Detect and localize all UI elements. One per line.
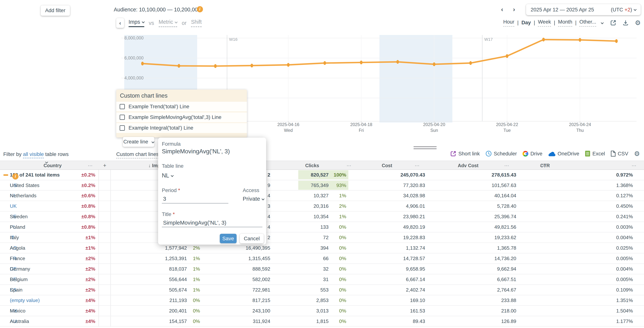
- country-name: France: [10, 253, 25, 264]
- period-input[interactable]: 3: [163, 196, 166, 202]
- csv-export-button[interactable]: CSV: [611, 151, 628, 157]
- accuracy-value: ±1%: [58, 232, 95, 243]
- cost-value: 169.10: [370, 295, 425, 306]
- ctr-column-menu-icon[interactable]: ⋯: [629, 161, 639, 170]
- onedrive-cloud-icon: [548, 151, 556, 157]
- table-row[interactable]: UKi ±0.8% 3 20,316 2% 4,906.01 5,728.40 …: [0, 201, 644, 211]
- custom-line-dialog: Formula SimpleMovingAvg('NL', 3) Table l…: [158, 138, 266, 244]
- table-settings-gear-icon[interactable]: ⚙: [634, 150, 640, 157]
- table-row[interactable]: PLPolandi ±0.8% 4 133 0% 49,820.19 49,82…: [0, 222, 644, 232]
- metric-selector-imps[interactable]: Imps: [128, 19, 144, 27]
- table-row[interactable]: AUAustraliai ±4% 154,157 0% 311,924 1,81…: [0, 316, 644, 327]
- clicks-pct: 0%: [330, 274, 346, 285]
- chart-resize-handle[interactable]: [414, 146, 436, 150]
- x-axis-tick-label: 2025-04-24Thu: [562, 122, 598, 133]
- audience-info-icon[interactable]: i: [197, 6, 203, 12]
- table-row[interactable]: DEGermanyi ±2% 818,037 1% 888,592 32 0% …: [0, 264, 644, 274]
- excel-export-button[interactable]: Excel: [585, 151, 605, 157]
- export-toolbar: Short link Scheduler Drive OneDrive Exce…: [450, 150, 640, 157]
- add-column-button[interactable]: +: [98, 161, 111, 170]
- imps-pct: 0%: [187, 316, 200, 327]
- adv-cost-value: 126.89: [460, 316, 516, 327]
- imps-pct: 0%: [187, 295, 200, 306]
- date-next-button[interactable]: ›: [513, 6, 515, 13]
- accuracy-value: ±2%: [58, 274, 95, 285]
- table-row[interactable]: BEBelgiumi ±2% 556,644 1% 582,002 31 0% …: [0, 274, 644, 285]
- date-range-picker[interactable]: 2025 Apr 12 — 2025 Apr 25 (UTC +2): [526, 4, 641, 15]
- custom-line-item[interactable]: Example Integral('total') Line: [116, 123, 247, 133]
- table-line-select[interactable]: NL: [162, 172, 173, 179]
- table-row[interactable]: USUnited Statesi ±0.2% 9 765,349 93% 77,…: [0, 180, 644, 191]
- country-name: Germany: [10, 264, 30, 274]
- title-input[interactable]: SimpleMovingAvg('NL', 3): [163, 219, 226, 226]
- imps-value: 154,157: [123, 316, 187, 327]
- chart-settings-gear-icon[interactable]: ⚙: [635, 20, 641, 26]
- create-line-button[interactable]: Create line: [123, 137, 154, 147]
- granularity-day[interactable]: Day: [522, 20, 531, 26]
- table-row[interactable]: ESSpaini ±2% 505,674 1% 722,981 553 0% 2…: [0, 285, 644, 295]
- table-row[interactable]: ITItalyi ±1% 2 72 0% 19,228.83 19,233.62…: [0, 232, 644, 243]
- audience-range-label: Audience: 10,100,000 — 10,200,000: [114, 7, 201, 13]
- table-row[interactable]: FRFrancei ±2% 1,253,391 1% 1,315,455 66 …: [0, 253, 644, 264]
- ctr-value: 0.025%: [575, 243, 633, 253]
- cost-value: 49,820.19: [370, 222, 425, 232]
- short-link-button[interactable]: Short link: [450, 151, 480, 157]
- info-icon[interactable]: i: [12, 173, 18, 180]
- custom-line-item[interactable]: Example SimpleMovingAvg('total',3) Line: [116, 112, 247, 122]
- adv-cost-column-menu-icon[interactable]: ⋯: [502, 161, 512, 170]
- table-row[interactable]: MXMexicoi ±4% 200,401 0% 243,100 3,013 0…: [0, 306, 644, 316]
- checkbox-unchecked-icon[interactable]: [120, 104, 125, 109]
- clicks-pct: 0%: [330, 222, 346, 232]
- ctr-value: 0.005%: [575, 274, 633, 285]
- accuracy-value: ±2%: [58, 264, 95, 274]
- google-drive-button[interactable]: Drive: [522, 151, 542, 157]
- accuracy-value: ±0.8%: [58, 211, 95, 222]
- onedrive-button[interactable]: OneDrive: [548, 151, 579, 157]
- chevron-down-icon: [175, 21, 178, 24]
- chevron-down-icon: [142, 20, 145, 23]
- add-filter-button[interactable]: Add filter: [41, 6, 70, 16]
- all-visible-link[interactable]: all visible: [23, 151, 44, 158]
- imps-value: 556,644: [123, 274, 187, 285]
- table-row[interactable]: (empty value)i ±4% 211,193 0% 817,215 2,…: [0, 295, 644, 306]
- checkbox-unchecked-icon[interactable]: [120, 125, 125, 131]
- country-column-menu-icon[interactable]: ⋯: [86, 161, 95, 170]
- table-row[interactable]: AOAngolai ±1% 1,577,942 2% 16,490,395 39…: [0, 243, 644, 253]
- scheduler-button[interactable]: Scheduler: [486, 151, 517, 157]
- column-header-imps[interactable]: ↓ Imps: [115, 161, 163, 170]
- svg-text:6,000,000: 6,000,000: [124, 56, 144, 60]
- custom-chart-lines-tab[interactable]: Custom chart lines: [116, 151, 159, 158]
- x-axis-tick-label: 2025-04-20Sun: [416, 122, 453, 133]
- table-row[interactable]: SESwedeni ±0.8% 4 10,354 1% 23,980.21 25…: [0, 211, 644, 222]
- imps-pct: 1%: [187, 274, 200, 285]
- date-prev-button[interactable]: ‹: [501, 6, 503, 13]
- cost-value: 23,980.21: [370, 211, 425, 222]
- granularity-other[interactable]: Other...: [579, 19, 596, 27]
- clicks-pct: 0%: [330, 316, 346, 327]
- column-header-adv-cost[interactable]: Adv Cost: [396, 161, 478, 170]
- table-row[interactable]: NLNetherlandsi ±0.6% 4 10,327 1% 34,028.…: [0, 191, 644, 201]
- adv-cost-value: 2,764.67: [460, 285, 516, 295]
- metric-selector-compare[interactable]: Metric: [159, 19, 177, 27]
- utc-offset-label: (UTC +2): [611, 7, 636, 13]
- table-row[interactable]: 100 of 241 total itemsi ±0.2% 2 820,527 …: [0, 170, 644, 180]
- granularity-month[interactable]: Month: [558, 19, 572, 27]
- custom-line-item[interactable]: Example Trend('total') Line: [116, 102, 247, 112]
- imps-value: 1,253,391: [123, 253, 187, 264]
- granularity-week[interactable]: Week: [538, 19, 551, 27]
- collapse-chart-button[interactable]: ‹: [116, 18, 124, 28]
- checkbox-unchecked-icon[interactable]: [120, 115, 125, 120]
- cost-value: 34,028.98: [370, 191, 425, 201]
- shift-selector[interactable]: Shift: [191, 19, 202, 27]
- country-name: Sweden: [10, 211, 28, 222]
- access-select[interactable]: Private: [243, 196, 264, 202]
- download-icon[interactable]: [622, 20, 629, 26]
- column-header-cost[interactable]: Cost: [328, 161, 392, 170]
- open-in-new-icon[interactable]: [610, 20, 616, 26]
- cost-value: 77,320.83: [370, 180, 425, 191]
- country-name: Poland: [10, 222, 25, 232]
- granularity-hour[interactable]: Hour: [503, 19, 514, 27]
- cancel-button[interactable]: Cancel: [240, 234, 264, 243]
- save-button[interactable]: Save: [220, 234, 236, 243]
- table-line-label: Table line: [162, 163, 184, 169]
